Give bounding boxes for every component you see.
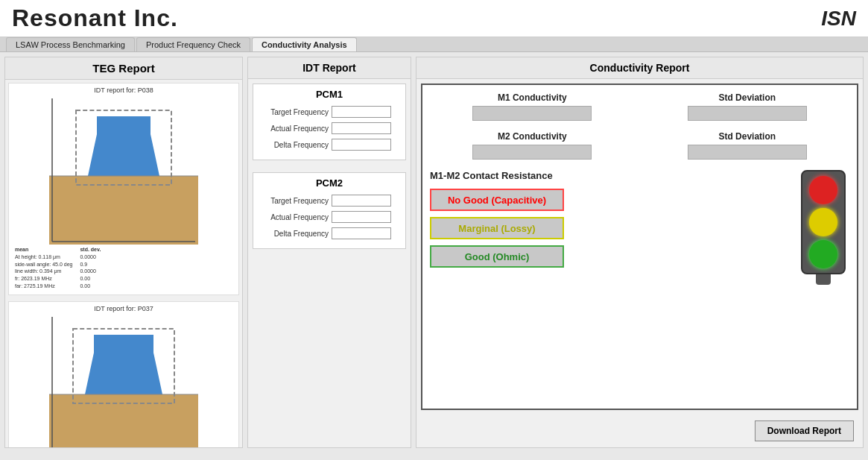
conductivity-inner: M1 Conductivity Std Deviation M2 Conduct… [421, 84, 858, 410]
svg-rect-9 [49, 394, 198, 447]
pcm1-actual-label: Actual Frequency [258, 125, 329, 133]
svg-marker-10 [85, 353, 162, 394]
good-button[interactable]: Good (Ohmic) [430, 245, 564, 268]
conductivity-report-panel: Conductivity Report M1 Conductivity Std … [416, 57, 864, 448]
traffic-light-red [809, 176, 837, 204]
pcm1-delta-input[interactable] [332, 139, 391, 151]
chart2-svg [12, 314, 235, 447]
traffic-light-base [816, 274, 831, 285]
m2-conductivity-item: M2 Conductivity [430, 131, 635, 160]
idt-report-panel: IDT Report PCM1 Target Frequency Actual … [247, 57, 411, 448]
m1-conductivity-label: M1 Conductivity [498, 92, 567, 103]
pcm1-title: PCM1 [258, 89, 401, 100]
m2-std-bar [688, 145, 807, 160]
svg-marker-2 [88, 134, 159, 176]
idt-report-title: IDT Report [248, 57, 411, 79]
pcm2-delta-label: Delta Frequency [258, 230, 329, 238]
m1-row: M1 Conductivity Std Deviation [430, 92, 849, 121]
svg-rect-3 [97, 116, 151, 134]
pcm2-delta-input[interactable] [332, 227, 391, 239]
brand-label: ISN [821, 7, 856, 31]
company-title: Resonant Inc. [12, 4, 178, 32]
traffic-light-body [801, 170, 846, 274]
pcm2-target-input[interactable] [332, 195, 391, 207]
pcm2-target-label: Target Frequency [258, 197, 329, 205]
contact-resistance-section: M1-M2 Contact Resistance No Good (Capaci… [430, 170, 849, 285]
main-content: TEG Report IDT report for: P038 [0, 52, 868, 453]
contact-title: M1-M2 Contact Resistance [430, 170, 782, 181]
pcm1-actual-row: Actual Frequency [258, 122, 401, 134]
pcm2-actual-input[interactable] [332, 211, 391, 223]
pcm1-target-label: Target Frequency [258, 108, 329, 116]
no-good-label: No Good (Capacitive) [448, 195, 546, 206]
teg-report-title: TEG Report [5, 57, 242, 80]
chart1-svg [12, 95, 235, 245]
download-area: Download Report [416, 415, 863, 447]
chart2-title: IDT report for: P037 [12, 305, 235, 312]
m2-std-item: Std Deviation [645, 131, 850, 160]
chart1-title: IDT report for: P038 [12, 86, 235, 94]
traffic-light [797, 170, 849, 285]
m2-conductivity-label: M2 Conductivity [498, 131, 567, 142]
m1-conductivity-bar [472, 106, 592, 121]
m1-std-label: Std Deviation [718, 92, 776, 103]
traffic-light-green [809, 240, 837, 268]
pcm2-delta-row: Delta Frequency [258, 227, 401, 239]
pcm2-section: PCM2 Target Frequency Actual Frequency D… [253, 172, 406, 249]
pcm2-actual-label: Actual Frequency [258, 213, 329, 221]
teg-report-panel: TEG Report IDT report for: P038 [4, 57, 243, 448]
svg-rect-11 [94, 335, 153, 353]
pcm2-target-row: Target Frequency [258, 195, 401, 207]
pcm1-delta-label: Delta Frequency [258, 141, 329, 149]
tab-conductivity[interactable]: Conductivity Analysis [252, 37, 357, 51]
pcm1-section: PCM1 Target Frequency Actual Frequency D… [253, 84, 406, 160]
pcm1-target-row: Target Frequency [258, 106, 401, 118]
tab-lsaw[interactable]: LSAW Process Benchmarking [6, 37, 135, 51]
tab-bar: LSAW Process Benchmarking Product Freque… [0, 37, 868, 52]
svg-rect-1 [49, 176, 198, 245]
good-label: Good (Ohmic) [465, 251, 530, 262]
m2-std-label: Std Deviation [718, 131, 776, 142]
m2-conductivity-bar [472, 145, 592, 160]
header: Resonant Inc. ISN [0, 0, 868, 37]
no-good-button[interactable]: No Good (Capacitive) [430, 189, 564, 211]
m1-std-item: Std Deviation [645, 92, 850, 121]
traffic-light-yellow [809, 208, 837, 236]
contact-left: M1-M2 Contact Resistance No Good (Capaci… [430, 170, 782, 285]
m2-row: M2 Conductivity Std Deviation [430, 131, 849, 160]
marginal-label: Marginal (Lossy) [458, 223, 535, 234]
pcm2-actual-row: Actual Frequency [258, 211, 401, 223]
m1-conductivity-item: M1 Conductivity [430, 92, 635, 121]
tab-product-freq[interactable]: Product Frequency Check [136, 37, 250, 51]
pcm1-delta-row: Delta Frequency [258, 139, 401, 151]
m1-std-bar [688, 106, 807, 121]
chart1-stats: mean At height: 0.118 μm side-wall angle… [12, 245, 235, 292]
marginal-button[interactable]: Marginal (Lossy) [430, 217, 564, 239]
pcm1-actual-input[interactable] [332, 122, 391, 134]
pcm2-title: PCM2 [258, 177, 401, 189]
conductivity-report-title: Conductivity Report [416, 57, 863, 79]
download-report-button[interactable]: Download Report [755, 420, 854, 441]
pcm1-target-input[interactable] [332, 106, 391, 118]
